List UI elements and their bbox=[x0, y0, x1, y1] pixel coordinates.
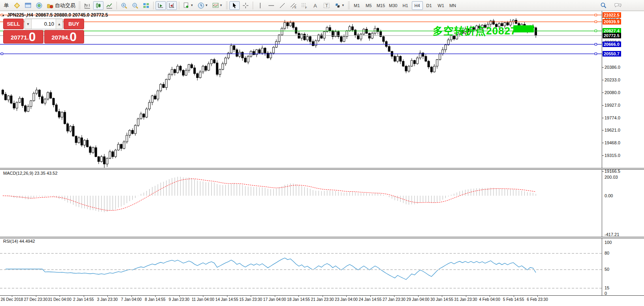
timeframe-button-d1[interactable]: D1 bbox=[424, 1, 435, 10]
rsi-pane-separator[interactable] bbox=[0, 237, 644, 238]
charts-window-button[interactable] bbox=[23, 1, 33, 10]
timeframe-button-m5[interactable]: M5 bbox=[363, 1, 374, 10]
volume-input[interactable] bbox=[32, 19, 56, 29]
tile-windows-button[interactable] bbox=[141, 1, 151, 10]
timeframe-button-w1[interactable]: W1 bbox=[436, 1, 447, 10]
text-button[interactable]: A bbox=[310, 1, 321, 10]
market-depth-button[interactable] bbox=[34, 1, 44, 10]
line-chart-icon bbox=[106, 2, 113, 9]
sell-price-big-digit: 0 bbox=[29, 31, 36, 43]
line-handle[interactable] bbox=[595, 30, 597, 32]
expand-triangle-icon[interactable]: ▲ bbox=[2, 13, 5, 17]
trendline-button[interactable] bbox=[277, 1, 287, 10]
time-tick-label: 4 Feb 04:00 bbox=[479, 297, 500, 302]
zoom-out-button[interactable] bbox=[130, 1, 140, 10]
buy-button[interactable]: BUY bbox=[64, 19, 84, 29]
time-tick-label: 31 Dec 04:00 bbox=[48, 297, 71, 302]
line-chart-button[interactable] bbox=[104, 1, 115, 10]
autotrade-label: 自动交易 bbox=[55, 2, 75, 9]
time-tick-label: 9 Jan 23:30 bbox=[169, 297, 189, 302]
macd-tick-label: 0.00 bbox=[605, 193, 613, 198]
line-handle[interactable] bbox=[595, 43, 597, 45]
bar-chart-button[interactable] bbox=[82, 1, 92, 10]
dropdown-caret-icon: ▼ bbox=[342, 4, 345, 7]
buy-price-display[interactable]: 20794 . 0 bbox=[44, 30, 84, 43]
horizontal-line-icon bbox=[268, 2, 275, 9]
time-tick-mark bbox=[346, 296, 347, 297]
timeframe-button-m1[interactable]: M1 bbox=[351, 1, 362, 10]
zoom-out-icon bbox=[131, 2, 139, 9]
periods-button[interactable]: ▼ bbox=[196, 1, 210, 10]
autotrade-button[interactable]: 自动交易 bbox=[45, 1, 77, 10]
svg-text:A: A bbox=[314, 3, 317, 9]
time-tick-mark bbox=[227, 296, 227, 297]
window-icon bbox=[24, 2, 32, 9]
rsi-indicator-label: RSI(14) 44.4942 bbox=[3, 239, 35, 244]
templates-button[interactable]: ▼ bbox=[210, 1, 224, 10]
horizontal-line-button[interactable] bbox=[266, 1, 276, 10]
time-tick-label: 23 Jan 04:00 bbox=[335, 297, 358, 302]
chart-shift-button[interactable] bbox=[167, 1, 177, 10]
time-axis[interactable]: 26 Dec 201827 Dec 23:3031 Dec 04:002 Jan… bbox=[0, 296, 644, 306]
crosshair-button[interactable] bbox=[240, 1, 251, 10]
time-tick-label: 31 Jan 23:30 bbox=[454, 297, 477, 302]
text-label-button[interactable]: T bbox=[321, 1, 332, 10]
time-tick-mark bbox=[155, 296, 156, 297]
macd-pane-separator[interactable] bbox=[0, 168, 644, 170]
price-tick-label: 19927.0 bbox=[605, 103, 620, 108]
time-tick-mark bbox=[275, 296, 275, 297]
gold-gem-icon bbox=[13, 2, 21, 9]
time-tick-label: 6 Feb 23:30 bbox=[527, 297, 548, 302]
line-handle[interactable] bbox=[595, 53, 597, 55]
timeframe-button-m30[interactable]: M30 bbox=[387, 1, 399, 10]
search-button[interactable] bbox=[598, 1, 608, 10]
time-tick-label: 24 Jan 14:55 bbox=[359, 297, 382, 302]
toolbar-grip bbox=[226, 2, 228, 9]
buy-price-int: 20794 bbox=[51, 32, 68, 43]
history-icon[interactable] bbox=[12, 1, 22, 10]
time-tick-mark bbox=[394, 296, 394, 297]
time-tick-label: 2 Jan 14:55 bbox=[73, 297, 94, 302]
timeframe-button-mn[interactable]: MN bbox=[447, 1, 458, 10]
zoom-in-button[interactable] bbox=[119, 1, 129, 10]
pivot-annotation-text[interactable]: 多空转折点20827 bbox=[433, 24, 516, 38]
time-tick-label: 29 Jan 04:00 bbox=[407, 297, 430, 302]
volume-stepper: ▼ ▲ bbox=[24, 19, 63, 29]
volume-decrease-button[interactable]: ▼ bbox=[25, 19, 32, 29]
equidistant-channel-button[interactable]: E bbox=[288, 1, 299, 10]
tile-windows-icon bbox=[143, 2, 150, 9]
level-price-badge: 21022.5 bbox=[603, 12, 621, 18]
svg-text:T: T bbox=[325, 3, 328, 8]
line-handle[interactable] bbox=[1, 53, 3, 55]
cursor-button[interactable] bbox=[229, 1, 240, 10]
time-tick-mark bbox=[418, 296, 419, 297]
line-handle[interactable] bbox=[595, 14, 597, 16]
auto-scroll-button[interactable] bbox=[156, 1, 166, 10]
candle-chart-button[interactable] bbox=[93, 1, 103, 10]
timeframe-button-m15[interactable]: M15 bbox=[375, 1, 387, 10]
arrows-button[interactable]: ▼ bbox=[332, 1, 346, 10]
time-tick-mark bbox=[299, 296, 299, 297]
chat-button[interactable] bbox=[612, 1, 623, 10]
new-chart-button[interactable]: ▼ bbox=[181, 1, 195, 10]
fibonacci-button[interactable]: F bbox=[299, 1, 310, 10]
vertical-line-button[interactable] bbox=[255, 1, 265, 10]
volume-increase-button[interactable]: ▲ bbox=[56, 19, 62, 29]
sell-price-display[interactable]: 20771 . 0 bbox=[3, 30, 43, 43]
time-tick-label: 15 Jan 23:30 bbox=[239, 297, 262, 302]
toolbar-separator bbox=[253, 2, 253, 9]
price-axis[interactable]: 21022.520939.920827.420772.520666.020550… bbox=[602, 11, 644, 295]
axis-tick-mark bbox=[602, 171, 604, 172]
timeframe-button-h4[interactable]: H4 bbox=[412, 1, 423, 10]
svg-text:E: E bbox=[295, 6, 297, 9]
line-handle[interactable] bbox=[595, 21, 597, 23]
price-tick-label: 19774.0 bbox=[605, 115, 620, 120]
cursor-icon bbox=[231, 2, 238, 9]
svg-text:F: F bbox=[305, 6, 307, 9]
axis-tick-mark bbox=[602, 118, 604, 118]
sell-button[interactable]: SELL bbox=[3, 19, 24, 29]
new-order-button[interactable]: 单 bbox=[2, 1, 11, 10]
template-icon bbox=[212, 2, 219, 9]
timeframe-button-h1[interactable]: H1 bbox=[400, 1, 411, 10]
time-tick-mark bbox=[131, 296, 132, 297]
